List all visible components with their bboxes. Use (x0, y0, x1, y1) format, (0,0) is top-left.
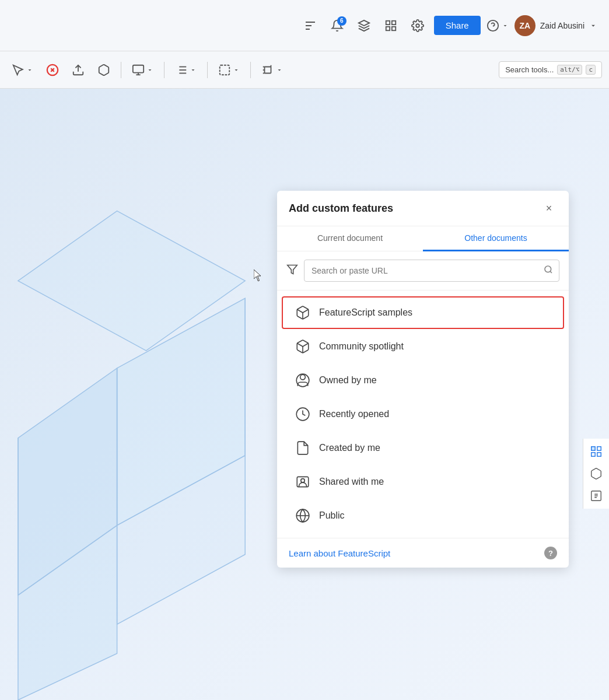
public-icon (295, 508, 311, 524)
svg-rect-20 (265, 66, 271, 73)
chevron-icon5 (276, 66, 283, 74)
featurescript-icon[interactable] (300, 15, 321, 36)
user-menu[interactable]: ZA Zaid Abusini (514, 15, 597, 36)
chevron-down-icon (589, 22, 597, 30)
pages-tool-button[interactable] (214, 60, 244, 80)
panel-tabs: Current document Other documents (277, 226, 569, 251)
separator1 (121, 62, 121, 78)
list-item-recently-opened[interactable]: Recently opened (282, 398, 564, 430)
featurescript-samples-label: FeatureScript samples (319, 307, 412, 318)
separator4 (250, 62, 251, 78)
featurescript-samples-icon (295, 304, 311, 321)
right-side-panel (583, 439, 609, 509)
panel-header: Add custom features × (277, 191, 569, 226)
svg-point-40 (296, 374, 309, 387)
svg-line-36 (550, 271, 552, 273)
side-icon-1[interactable] (586, 441, 607, 462)
list-item-owned-by-me[interactable]: Owned by me (282, 364, 564, 397)
notification-icon[interactable]: 6 (327, 15, 348, 36)
keyboard-shortcut-c: c (586, 65, 596, 75)
list-item-shared-with-me[interactable]: Shared with me (282, 466, 564, 498)
chevron-icon3 (190, 66, 197, 74)
community-spotlight-label: Community spotlight (319, 341, 404, 352)
separator3 (207, 62, 208, 78)
user-name-label: Zaid Abusini (540, 21, 584, 30)
filter-icon (286, 264, 298, 278)
svg-point-35 (545, 266, 551, 272)
side-icon-3[interactable] (586, 485, 607, 506)
owned-by-me-icon (295, 372, 311, 388)
top-toolbar: 6 Share ZA Zaid Abusini (0, 0, 609, 51)
list-item-community-spotlight[interactable]: Community spotlight (282, 330, 564, 363)
svg-rect-2 (392, 20, 396, 24)
search-submit-button[interactable] (538, 260, 559, 281)
second-toolbar: Search tools... alt/⌥ c (0, 51, 609, 89)
chevron-icon2 (146, 66, 153, 74)
created-by-me-icon (295, 440, 311, 456)
crop-tool-button[interactable] (257, 60, 288, 80)
list-item-created-by-me[interactable]: Created by me (282, 432, 564, 464)
side-icon-2[interactable] (586, 463, 607, 484)
svg-point-5 (416, 24, 419, 27)
svg-point-43 (301, 479, 305, 483)
view-tool-button[interactable] (127, 60, 158, 80)
svg-rect-12 (133, 65, 144, 72)
gear-icon[interactable] (407, 15, 428, 36)
svg-rect-19 (220, 65, 230, 75)
layers-icon[interactable] (354, 15, 374, 36)
notification-badge: 6 (337, 16, 346, 26)
canvas-area: Add custom features × Current document O… (0, 89, 609, 700)
svg-rect-3 (392, 26, 396, 30)
grid-icon[interactable] (380, 15, 401, 36)
upload-tool-button[interactable] (67, 60, 89, 80)
svg-rect-46 (592, 447, 595, 450)
public-label: Public (319, 510, 345, 521)
shared-with-me-icon (295, 474, 311, 490)
tab-current-document[interactable]: Current document (277, 226, 423, 251)
avatar: ZA (514, 15, 536, 36)
svg-rect-49 (592, 453, 595, 456)
panel-body: FeatureScript samples Community spotligh… (277, 251, 569, 568)
search-tools-label: Search tools... (505, 65, 554, 74)
svg-rect-47 (597, 447, 601, 450)
svg-marker-34 (288, 265, 298, 274)
search-input[interactable] (304, 261, 538, 280)
panel-list: FeatureScript samples Community spotligh… (277, 290, 569, 538)
box-tool-button[interactable] (93, 60, 115, 80)
search-tools-button[interactable]: Search tools... alt/⌥ c (499, 61, 602, 78)
shared-with-me-label: Shared with me (319, 477, 384, 487)
separator2 (164, 62, 164, 78)
select-tool-button[interactable] (7, 60, 38, 80)
list-item-featurescript-samples[interactable]: FeatureScript samples (282, 296, 564, 329)
footer-help-button[interactable]: ? (544, 547, 557, 559)
panel-title: Add custom features (289, 202, 393, 215)
owned-by-me-label: Owned by me (319, 375, 377, 386)
tab-other-documents[interactable]: Other documents (423, 226, 569, 251)
created-by-me-label: Created by me (319, 443, 380, 453)
panel-search-bar (277, 251, 569, 290)
svg-marker-0 (359, 20, 369, 25)
svg-rect-1 (386, 20, 389, 24)
community-spotlight-icon (295, 338, 311, 355)
svg-rect-48 (597, 453, 601, 456)
search-input-wrapper[interactable] (304, 260, 559, 282)
share-button[interactable]: Share (434, 16, 481, 35)
recently-opened-label: Recently opened (319, 409, 389, 419)
list-tool-button[interactable] (170, 60, 201, 80)
recently-opened-icon (295, 406, 311, 422)
panel-footer: Learn about FeatureScript ? (277, 538, 569, 568)
list-item-public[interactable]: Public (282, 499, 564, 532)
svg-point-39 (300, 374, 306, 380)
keyboard-shortcut-alt: alt/⌥ (557, 65, 582, 75)
panel-close-button[interactable]: × (541, 200, 557, 216)
svg-rect-4 (386, 26, 389, 30)
chevron-icon (26, 66, 33, 74)
help-button[interactable] (487, 19, 509, 32)
close-tool-button[interactable] (41, 60, 64, 80)
chevron-icon4 (233, 66, 240, 74)
learn-featurescript-link[interactable]: Learn about FeatureScript (289, 548, 390, 558)
add-custom-features-panel: Add custom features × Current document O… (277, 191, 569, 568)
